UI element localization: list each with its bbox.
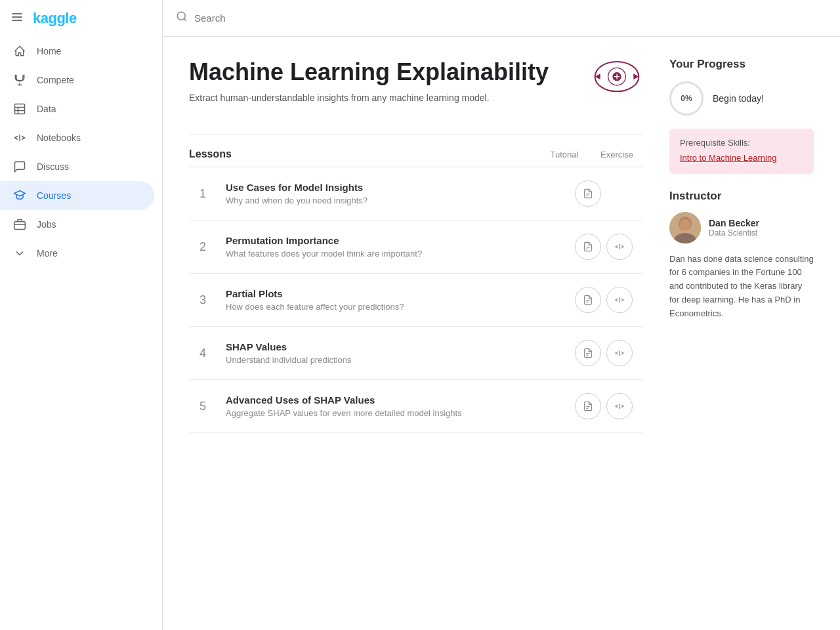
lesson-name: Permutation Importance [226, 235, 564, 246]
lesson-number: 4 [200, 346, 215, 360]
sidebar-item-discuss-label: Discuss [37, 161, 69, 172]
left-panel: Machine Learning Explainability Extract … [189, 58, 643, 604]
instructor-name: Dan Becker [709, 218, 759, 228]
sidebar-item-more[interactable]: More [0, 239, 154, 268]
lesson-info: Use Cases for Model Insights Why and whe… [226, 182, 564, 205]
table-icon [13, 102, 26, 116]
lessons-title: Lessons [189, 148, 538, 160]
sidebar-item-notebooks-label: Notebooks [37, 133, 81, 143]
sidebar-item-compete-label: Compete [37, 75, 74, 85]
sidebar-item-more-label: More [37, 248, 58, 259]
prereq-link[interactable]: Intro to Machine Learning [680, 153, 776, 163]
code-icon [13, 131, 26, 144]
sidebar-item-data[interactable]: Data [0, 94, 154, 123]
lessons-list: 1 Use Cases for Model Insights Why and w… [189, 167, 643, 433]
trophy-icon [13, 74, 26, 87]
lesson-desc: Understand individual predictions [226, 355, 564, 365]
lesson-info: Partial Plots How does each feature affe… [226, 288, 564, 312]
lesson-row: 2 Permutation Importance What features d… [189, 220, 643, 274]
lesson-name: Use Cases for Model Insights [226, 182, 564, 193]
exercise-button[interactable] [606, 234, 633, 260]
svg-line-12 [184, 18, 186, 20]
lesson-number: 3 [200, 293, 215, 307]
lesson-actions [575, 287, 633, 313]
sidebar-item-home[interactable]: Home [0, 37, 154, 66]
lesson-row: 3 Partial Plots How does each feature af… [189, 274, 643, 327]
lesson-row: 1 Use Cases for Model Insights Why and w… [189, 167, 643, 220]
exercise-col-label: Exercise [591, 150, 643, 159]
instructor-info: Dan Becker Data Scientist [669, 212, 814, 243]
lesson-actions [575, 340, 633, 366]
lesson-number: 1 [200, 187, 215, 201]
exercise-button[interactable] [606, 340, 633, 366]
lesson-actions [575, 393, 633, 419]
lesson-desc: What features does your model think are … [226, 249, 564, 259]
sidebar-header: kaggle [0, 0, 162, 37]
instructor-title: Instructor [669, 190, 814, 203]
tutorial-button[interactable] [575, 393, 601, 419]
tutorial-button[interactable] [575, 340, 601, 366]
exercise-button[interactable] [606, 287, 633, 313]
kaggle-logo[interactable]: kaggle [33, 10, 77, 27]
sidebar-item-notebooks[interactable]: Notebooks [0, 123, 154, 152]
lesson-desc: Aggregate SHAP values for even more deta… [226, 408, 564, 418]
lesson-desc: Why and when do you need insights? [226, 196, 564, 205]
exercise-button[interactable] [606, 393, 633, 419]
progress-title: Your Progress [669, 58, 814, 71]
hamburger-menu-icon[interactable] [10, 10, 24, 27]
progress-container: 0% Begin today! [669, 81, 814, 116]
svg-rect-3 [15, 104, 25, 114]
chevron-down-icon [13, 247, 26, 260]
topbar [163, 0, 840, 37]
sidebar-item-home-label: Home [37, 46, 61, 56]
chat-icon [13, 160, 26, 173]
course-subtitle: Extract human-understandable insights fr… [189, 93, 643, 103]
lesson-name: SHAP Values [226, 341, 564, 352]
progress-percent: 0% [681, 94, 692, 103]
graduation-icon [13, 189, 26, 202]
sidebar-item-courses-label: Courses [37, 190, 71, 201]
lesson-info: Permutation Importance What features doe… [226, 235, 564, 259]
avatar [669, 212, 701, 243]
sidebar-item-jobs[interactable]: Jobs [0, 210, 154, 239]
lesson-number: 5 [200, 400, 215, 413]
svg-rect-8 [14, 222, 26, 230]
sidebar-item-compete[interactable]: Compete [0, 66, 154, 94]
search-icon [176, 10, 188, 26]
prereq-label: Prerequisite Skills: [680, 138, 803, 148]
sidebar-item-jobs-label: Jobs [37, 219, 56, 230]
main-content: Machine Learning Explainability Extract … [163, 0, 840, 630]
right-panel: Your Progress 0% Begin today! Prerequisi… [669, 58, 814, 604]
course-logo [591, 60, 643, 96]
sidebar-item-courses[interactable]: Courses [0, 181, 154, 210]
tutorial-col-label: Tutorial [538, 150, 591, 159]
sidebar: kaggle Home Compete Data Notebooks Discu… [0, 0, 163, 630]
lesson-row: 4 SHAP Values Understand individual pred… [189, 327, 643, 380]
lesson-info: SHAP Values Understand individual predic… [226, 341, 564, 365]
begin-today-label: Begin today! [713, 93, 764, 104]
lesson-info: Advanced Uses of SHAP Values Aggregate S… [226, 394, 564, 418]
lesson-name: Partial Plots [226, 288, 564, 299]
svg-point-37 [680, 219, 690, 231]
progress-circle: 0% [669, 81, 704, 116]
home-icon [13, 45, 26, 58]
lesson-name: Advanced Uses of SHAP Values [226, 394, 564, 406]
sidebar-item-discuss[interactable]: Discuss [0, 152, 154, 181]
instructor-bio: Dan has done data science consulting for… [669, 253, 814, 321]
sidebar-item-data-label: Data [37, 104, 56, 114]
lesson-row: 5 Advanced Uses of SHAP Values Aggregate… [189, 380, 643, 433]
lesson-actions [575, 180, 633, 207]
lesson-number: 2 [200, 240, 215, 254]
svg-point-11 [177, 12, 185, 20]
tutorial-button[interactable] [575, 234, 601, 260]
prereq-box: Prerequisite Skills: Intro to Machine Le… [669, 129, 814, 174]
lessons-header: Lessons Tutorial Exercise [189, 148, 643, 167]
lesson-desc: How does each feature affect your predic… [226, 302, 564, 312]
tutorial-button[interactable] [575, 180, 601, 207]
search-input[interactable] [194, 12, 827, 24]
instructor-role: Data Scientist [709, 228, 759, 238]
lessons-section: Lessons Tutorial Exercise 1 Use Cases fo… [189, 148, 643, 433]
course-title: Machine Learning Explainability [189, 58, 643, 86]
briefcase-icon [13, 218, 26, 231]
tutorial-button[interactable] [575, 287, 601, 313]
